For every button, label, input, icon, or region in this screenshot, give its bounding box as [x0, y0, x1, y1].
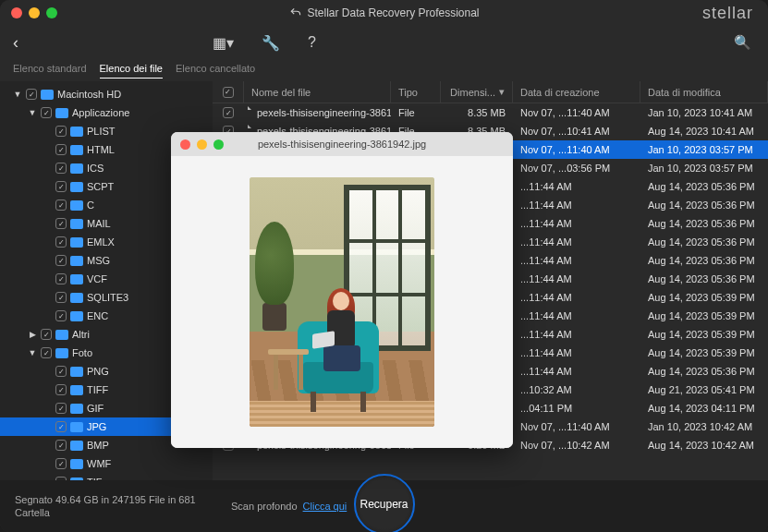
toolbar: ‹ ▦▾ 🔧 ? 🔍	[0, 26, 768, 59]
file-modified: Aug 14, 2023 05:36 PM	[640, 236, 768, 248]
checkbox[interactable]: ✓	[55, 366, 67, 377]
recover-button[interactable]: Recupera	[354, 474, 415, 532]
drive-icon	[41, 90, 54, 100]
folder-icon	[70, 182, 83, 192]
checkbox[interactable]: ✓	[55, 403, 67, 414]
help-icon[interactable]: ?	[308, 34, 316, 51]
tree-label: Macintosh HD	[57, 89, 121, 100]
col-checkbox[interactable]: ✓	[213, 81, 244, 103]
col-size[interactable]: Dimensi...▾	[441, 81, 513, 103]
checkbox[interactable]: ✓	[55, 181, 67, 192]
checkbox[interactable]: ✓	[55, 292, 67, 303]
tree-label: EMLX	[87, 236, 115, 248]
col-created[interactable]: Data di creazione	[513, 81, 640, 103]
file-created: ...11:44 AM	[513, 218, 640, 229]
folder-icon	[70, 404, 83, 414]
checkbox[interactable]: ✓	[55, 310, 67, 321]
checkbox[interactable]: ✓	[55, 421, 67, 432]
file-modified: Jan 10, 2023 03:57 PM	[640, 144, 768, 155]
titlebar: Stellar Data Recovery Professional stell…	[0, 0, 768, 26]
close-icon[interactable]	[180, 139, 190, 150]
checkbox[interactable]: ✓	[55, 458, 67, 469]
tab-deleted[interactable]: Elenco cancellato	[176, 63, 255, 78]
file-name: pexels-thisisengineering-3861958.jpg	[257, 107, 391, 118]
close-icon[interactable]	[11, 7, 22, 18]
tree-item[interactable]: ▼✓Applicazione	[0, 103, 213, 122]
tree-item[interactable]: ✓TIF	[0, 473, 213, 480]
folder-icon	[55, 348, 68, 358]
col-type[interactable]: Tipo	[391, 81, 441, 103]
file-modified: Aug 14, 2023 05:39 PM	[640, 310, 768, 321]
checkbox[interactable]: ✓	[41, 329, 52, 340]
file-created: ...11:44 AM	[513, 292, 640, 303]
window-title: Stellar Data Recovery Professional	[288, 6, 479, 19]
grid-toggle-button[interactable]: ▦▾	[213, 34, 234, 52]
fullscreen-icon[interactable]	[46, 7, 57, 18]
tree-label: TIFF	[87, 384, 108, 395]
col-modified[interactable]: Data di modifica	[640, 81, 768, 103]
tree-item[interactable]: ✓WMF	[0, 454, 213, 473]
tree-label: VCF	[87, 273, 107, 284]
tree-label: HTML	[87, 144, 115, 155]
file-created: ...11:44 AM	[513, 347, 640, 358]
search-icon[interactable]: 🔍	[734, 34, 751, 51]
checkbox[interactable]: ✓	[55, 384, 67, 395]
tree-label: SCPT	[87, 181, 114, 192]
checkbox[interactable]: ✓	[55, 440, 67, 451]
tree-label: WMF	[87, 458, 111, 469]
tree-label: PLIST	[87, 126, 116, 137]
file-created: ...11:44 AM	[513, 236, 640, 248]
checkbox[interactable]: ✓	[55, 236, 67, 248]
tree-label: Applicazione	[72, 107, 129, 118]
folder-icon	[70, 145, 83, 155]
tab-standard[interactable]: Elenco standard	[13, 63, 87, 78]
title-text: Stellar Data Recovery Professional	[307, 6, 479, 19]
brand-logo: stellar	[702, 4, 753, 23]
image-preview-window[interactable]: pexels-thisisengineering-3861942.jpg	[171, 132, 513, 448]
checkbox[interactable]: ✓	[41, 107, 52, 118]
status-text: Segnato 49.64 GB in 247195 File in 681 C…	[15, 493, 196, 520]
checkbox[interactable]: ✓	[223, 107, 234, 118]
tree-item[interactable]: ▼✓Macintosh HD	[0, 85, 213, 103]
expand-icon[interactable]: ▼	[13, 90, 22, 99]
checkbox[interactable]: ✓	[41, 347, 52, 358]
col-name[interactable]: Nome del file	[244, 81, 391, 103]
tree-label: JPG	[87, 421, 106, 432]
checkbox[interactable]: ✓	[55, 273, 67, 284]
checkbox[interactable]: ✓	[55, 218, 67, 229]
tree-label: ENC	[87, 310, 108, 321]
back-button[interactable]: ‹	[13, 33, 18, 53]
tab-files[interactable]: Elenco dei file	[100, 63, 164, 79]
expand-icon[interactable]: ▼	[28, 108, 37, 117]
table-row[interactable]: ✓pexels-thisisengineering-3861958.jpgFil…	[213, 103, 768, 122]
file-created: ...10:32 AM	[513, 384, 640, 395]
settings-icon[interactable]: 🔧	[262, 34, 280, 52]
preview-title: pexels-thisisengineering-3861942.jpg	[258, 139, 426, 150]
file-modified: Aug 14, 2023 10:42 AM	[640, 440, 768, 451]
checkbox[interactable]: ✓	[55, 163, 67, 174]
file-created: ...11:44 AM	[513, 366, 640, 377]
deep-scan-label: Scan profondo	[231, 501, 298, 512]
checkbox[interactable]: ✓	[55, 144, 67, 155]
expand-icon[interactable]: ▼	[28, 348, 37, 357]
minimize-icon[interactable]	[29, 7, 40, 18]
checkbox[interactable]: ✓	[55, 126, 67, 137]
minimize-icon[interactable]	[197, 139, 207, 150]
folder-icon	[70, 441, 83, 451]
file-modified: Jan 10, 2023 10:42 AM	[640, 421, 768, 432]
checkbox[interactable]: ✓	[55, 200, 67, 211]
file-modified: Aug 21, 2023 05:41 PM	[640, 384, 768, 395]
file-modified: Aug 14, 2023 04:11 PM	[640, 403, 768, 414]
expand-icon[interactable]: ▶	[28, 330, 37, 339]
fullscreen-icon[interactable]	[213, 139, 224, 150]
checkbox[interactable]: ✓	[55, 255, 67, 266]
file-modified: Jan 10, 2023 03:57 PM	[640, 163, 768, 174]
deep-scan-link[interactable]: Clicca qui	[303, 501, 347, 512]
tree-label: ICS	[87, 163, 104, 174]
tree-label: C	[87, 200, 94, 211]
folder-icon	[70, 311, 83, 321]
undo-icon	[288, 6, 301, 19]
file-modified: Aug 14, 2023 05:39 PM	[640, 347, 768, 358]
checkbox[interactable]: ✓	[26, 89, 37, 100]
folder-icon	[55, 108, 68, 118]
